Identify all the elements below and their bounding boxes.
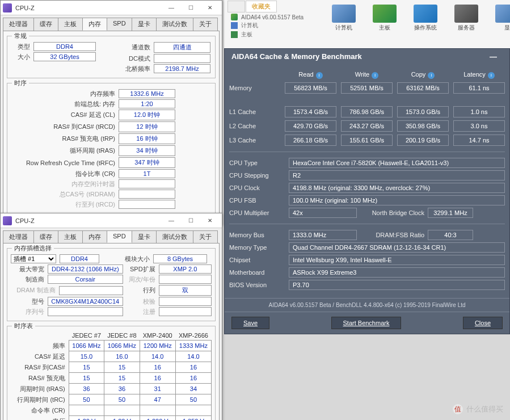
tab-测试分数[interactable]: 测试分数: [156, 18, 193, 31]
aida-icon: [231, 14, 238, 20]
correction-label: 校验: [123, 297, 159, 306]
timing-value: [119, 190, 175, 199]
tabbar: 处理器缓存主板内存SPD显卡测试分数关于: [1, 228, 222, 243]
modsize-value: 8 GBytes: [153, 254, 207, 263]
bench-cell: 52591 MB/s: [341, 82, 393, 94]
slot-type: DDR4: [60, 254, 99, 263]
titlebar[interactable]: CPU-Z — ☐ ✕: [1, 1, 222, 15]
tab-blank[interactable]: [227, 1, 245, 12]
info-icon[interactable]: i: [316, 72, 323, 79]
tab-SPD[interactable]: SPD: [107, 18, 132, 31]
tab-主板[interactable]: 主板: [58, 18, 83, 31]
info-icon[interactable]: i: [372, 72, 378, 79]
timing-cell: 50: [69, 394, 104, 405]
tree-motherboard[interactable]: 主板: [241, 31, 252, 39]
info-icon[interactable]: i: [488, 72, 495, 79]
size-value: 32 GBytes: [33, 52, 96, 61]
drammanuf-label: DRAM 制造商: [11, 286, 59, 295]
bench-cell: 155.61 GB/s: [341, 135, 393, 146]
tab-内存[interactable]: 内存: [82, 230, 107, 243]
icon-server[interactable]: 服务器: [454, 5, 478, 32]
minimize-icon[interactable]: —: [162, 2, 181, 14]
tree-computer[interactable]: 计算机: [241, 22, 258, 30]
cpuz-spd-window: CPU-Z — ☐ ✕ 处理器缓存主板内存SPD显卡测试分数关于 内存插槽选择 …: [0, 213, 222, 420]
bench-cell: 14.7 ns: [453, 135, 505, 146]
icon-os[interactable]: 操作系统: [414, 5, 437, 32]
tab-内存[interactable]: 内存: [82, 18, 107, 31]
nbfreq-value: 2198.7 MHz: [154, 64, 210, 73]
timing-value: 1T: [119, 169, 175, 178]
tab-显卡[interactable]: 显卡: [132, 230, 157, 243]
timing-cell: 1.200 V: [140, 416, 175, 421]
icon-computer[interactable]: 计算机: [332, 5, 356, 32]
timing-cell: 15.0: [69, 351, 104, 362]
slot-select[interactable]: 插槽 #1: [11, 254, 56, 263]
timing-row-label: RAS# 到CAS#: [11, 362, 69, 373]
close-button[interactable]: Close: [463, 317, 503, 329]
timing-cell: 50: [104, 394, 140, 405]
aida64-window: AIDA64 Cache & Memory Benchmark — Readi …: [224, 48, 510, 334]
timing-value: 16 时钟: [119, 133, 175, 144]
cpuz-icon: [3, 3, 12, 12]
tab-缓存[interactable]: 缓存: [33, 230, 58, 243]
timing-cell: 15: [69, 362, 104, 373]
timing-value: [119, 179, 175, 188]
partnum-label: 型号: [11, 297, 48, 306]
timing-cell: 16: [175, 373, 211, 384]
start-benchmark-button[interactable]: Start Benchmark: [331, 317, 402, 329]
aida64-titlebar[interactable]: AIDA64 Cache & Memory Benchmark —: [225, 49, 509, 64]
timing-row-label: 周期时间 (tRAS): [11, 384, 69, 394]
tab-关于[interactable]: 关于: [193, 18, 218, 31]
modsize-label: 模块大小: [99, 255, 153, 263]
timing-value: 12.0 时钟: [119, 110, 175, 120]
tab-处理器[interactable]: 处理器: [3, 18, 34, 31]
tab-处理器[interactable]: 处理器: [3, 230, 34, 243]
minimize-icon[interactable]: —: [484, 52, 503, 61]
group-timings: 时序: [12, 79, 29, 87]
icon-motherboard[interactable]: 主板: [373, 5, 397, 32]
timing-label: RAS# 预充电 (tRP): [11, 135, 119, 143]
close-icon[interactable]: ✕: [200, 215, 220, 227]
timing-label: 循环周期 (tRAS): [11, 146, 119, 155]
timing-value: 1332.6 MHz: [119, 89, 175, 98]
bench-cell: 1573.4 GB/s: [285, 106, 336, 117]
info-icon[interactable]: i: [428, 72, 435, 79]
bench-row-l2-cache: L2 Cache429.70 GB/s243.27 GB/s350.98 GB/…: [229, 120, 505, 132]
serial-label: 序列号: [11, 308, 48, 316]
minimize-icon[interactable]: —: [162, 215, 181, 227]
maximize-icon[interactable]: ☐: [181, 215, 200, 227]
bench-cell: 429.70 GB/s: [285, 120, 336, 132]
tab-关于[interactable]: 关于: [193, 230, 218, 243]
tab-SPD[interactable]: SPD: [107, 230, 132, 243]
tab-测试分数[interactable]: 测试分数: [156, 230, 193, 243]
timing-label: CAS# 延迟 (CL): [11, 111, 119, 119]
tabbar: 处理器缓存主板内存SPD显卡测试分数关于: [1, 15, 222, 31]
tab-显卡[interactable]: 显卡: [132, 18, 157, 31]
timing-cell: 36: [69, 384, 104, 394]
timing-cell: 31: [140, 384, 175, 394]
ranks-value: 双: [159, 285, 212, 296]
save-button[interactable]: Save: [231, 317, 269, 329]
bench-cell: 1.0 ns: [453, 106, 505, 117]
maxbw-value: DDR4-2132 (1066 MHz): [48, 264, 123, 274]
icon-display[interactable]: 显: [495, 5, 510, 32]
timing-label: 总CAS号 (tRDRAM): [11, 190, 119, 199]
spdext-label: SPD扩展: [123, 265, 159, 274]
group-general: 常规: [12, 32, 29, 40]
titlebar[interactable]: CPU-Z — ☐ ✕: [1, 213, 222, 228]
timing-cell: 1066 MHz: [104, 341, 140, 351]
close-icon[interactable]: ✕: [200, 2, 220, 14]
folder-icon: [231, 22, 238, 29]
maximize-icon[interactable]: ☐: [181, 2, 200, 14]
timing-cell: 15: [104, 373, 140, 384]
timing-cell: 50: [175, 394, 211, 405]
tab-主板[interactable]: 主板: [58, 230, 83, 243]
folder-icon: [231, 31, 238, 38]
spec-row: CPU FSB100.0 MHz (original: 100 MHz): [229, 195, 505, 205]
tab-缓存[interactable]: 缓存: [33, 18, 58, 31]
type-label: 类型: [11, 43, 33, 51]
bench-row-memory: Memory56823 MB/s52591 MB/s63162 MB/s61.1…: [229, 82, 505, 94]
bench-cell: 63162 MB/s: [397, 82, 449, 94]
tab-favorites[interactable]: 收藏夹: [246, 1, 277, 12]
timing-cell: 16: [140, 373, 175, 384]
